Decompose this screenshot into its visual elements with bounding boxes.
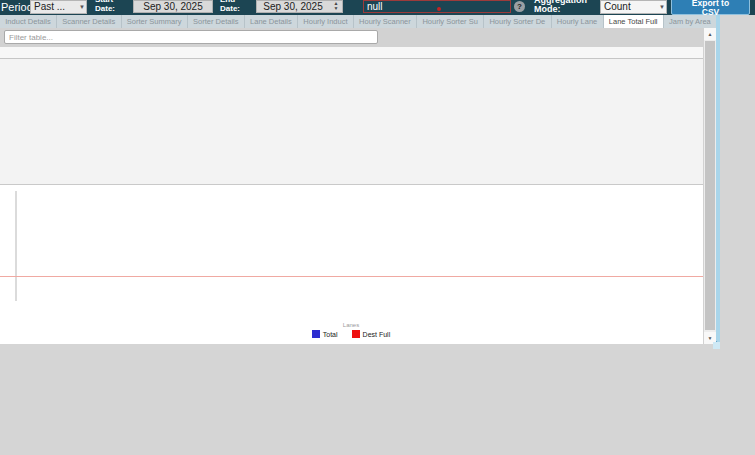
legend-items: Total Dest Full — [0, 330, 702, 338]
chart-y-axis — [15, 191, 17, 301]
end-date-input-wrap: ▲ ▼ — [256, 0, 343, 13]
tab-hourly-sorter-summary[interactable]: Hourly Sorter Su — [417, 15, 484, 28]
tab-lane-total-full[interactable]: Lane Total Full — [604, 15, 664, 28]
tab-hourly-sorter-details[interactable]: Hourly Sorter De — [484, 15, 551, 28]
legend-label-total: Total — [323, 331, 338, 338]
tab-induct-details[interactable]: Induct Details — [0, 15, 57, 28]
tab-sorter-details[interactable]: Sorter Details — [188, 15, 245, 28]
vertical-scrollbar[interactable]: ▲ ▼ — [703, 28, 716, 344]
lane-total-full-chart: Lanes Total Dest Full — [0, 185, 716, 344]
tab-hourly-induct[interactable]: Hourly Induct — [298, 15, 354, 28]
start-date-input[interactable] — [133, 0, 213, 13]
table-body-empty — [0, 59, 716, 185]
total-swatch-icon — [312, 330, 320, 338]
stepper-down-icon[interactable]: ▼ — [331, 6, 341, 11]
tab-jam-by-area[interactable]: Jam by Area — [664, 15, 716, 28]
start-date-label: Start Date: — [95, 0, 129, 13]
app-window: Induct Details Scanner Details Sorter Su… — [0, 15, 720, 344]
tab-hourly-scanner[interactable]: Hourly Scanner — [354, 15, 417, 28]
scrollbar-thumb[interactable] — [705, 41, 715, 330]
tab-lane-details[interactable]: Lane Details — [245, 15, 298, 28]
end-date-input[interactable] — [257, 1, 329, 12]
resize-handle[interactable] — [713, 342, 720, 349]
filter-bar — [0, 28, 716, 47]
chevron-down-icon: ▼ — [659, 1, 665, 13]
aggregation-mode-select[interactable]: Count ▼ — [600, 0, 667, 14]
end-date-label: End Date: — [220, 0, 250, 13]
period-select-value: Past ... — [34, 1, 65, 12]
export-csv-button[interactable]: Export to CSV — [671, 0, 750, 15]
chart-reference-line — [0, 276, 716, 277]
tab-bar: Induct Details Scanner Details Sorter Su… — [0, 15, 716, 28]
tab-scanner-details[interactable]: Scanner Details — [57, 15, 122, 28]
chart-legend: Lanes Total Dest Full — [0, 322, 702, 338]
dest-full-swatch-icon — [352, 330, 360, 338]
tab-sorter-summary[interactable]: Sorter Summary — [122, 15, 188, 28]
period-select[interactable]: Past ... ▼ — [30, 0, 87, 14]
legend-title: Lanes — [0, 322, 702, 328]
period-label: Period: — [1, 1, 30, 13]
toolbar: Period: Past ... ▼ Start Date: End Date:… — [0, 0, 755, 15]
legend-label-dest-full: Dest Full — [363, 331, 391, 338]
page: { "toolbar": { "period_label": "Period:"… — [0, 0, 755, 455]
tab-hourly-lane[interactable]: Hourly Lane — [552, 15, 604, 28]
scroll-up-icon[interactable]: ▲ — [704, 28, 716, 40]
table-header-row — [0, 47, 716, 59]
help-icon[interactable]: ? — [514, 1, 525, 12]
legend-item-dest-full[interactable]: Dest Full — [352, 330, 391, 338]
tab-content: Lanes Total Dest Full ▲ ▼ — [0, 28, 716, 344]
date-stepper[interactable]: ▲ ▼ — [331, 1, 341, 12]
aggregation-mode-label: Aggregation Mode: — [534, 0, 594, 14]
required-dot-icon — [437, 7, 441, 11]
aggregation-mode-value: Count — [604, 1, 631, 12]
legend-item-total[interactable]: Total — [312, 330, 338, 338]
chevron-down-icon: ▼ — [79, 1, 85, 13]
table-filter-input[interactable] — [4, 30, 378, 44]
